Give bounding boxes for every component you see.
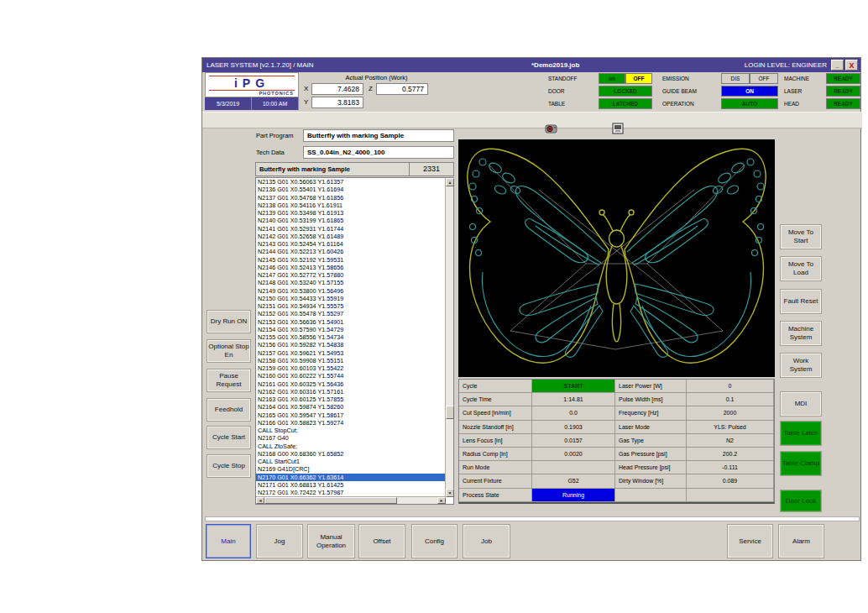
button-table-clamp[interactable]: Table Clamp (780, 451, 822, 476)
gcode-line[interactable]: N2140 G01 X0.53199 Y1.61865 (256, 217, 446, 224)
button-dry-run-on[interactable]: Dry Run ON (207, 310, 251, 333)
gcode-line[interactable]: N2160 G01 X0.60222 Y1.55744 (256, 372, 446, 380)
gcode-line[interactable]: N2170 G01 X0.66362 Y1.63614 (256, 474, 446, 481)
gcode-line[interactable]: N2163 G01 X0.60125 Y1.57855 (256, 396, 446, 403)
tab-config[interactable]: Config (411, 524, 458, 558)
gcode-line[interactable]: N2136 G01 X0.55401 Y1.61694 (256, 186, 446, 193)
vertical-scroll-thumb[interactable] (446, 406, 454, 419)
gcode-line[interactable]: N2164 G01 X0.59874 Y1.58260 (256, 403, 446, 411)
gcode-line[interactable]: N2171 G01 X0.68813 Y1.61425 (256, 481, 446, 489)
gcode-line[interactable]: N2149 G01 X0.53800 Y1.56496 (256, 287, 446, 295)
tab-main[interactable]: Main (206, 524, 251, 558)
tab-offset[interactable]: Offset (358, 524, 405, 558)
gcode-line[interactable]: CALL StopCut; (256, 427, 446, 434)
status-label-machine: MACHINE (784, 73, 824, 84)
tab-jog[interactable]: Jog (256, 524, 303, 558)
gcode-vertical-scrollbar[interactable]: ▲ ▼ (445, 178, 453, 497)
scroll-right-icon[interactable]: ► (437, 497, 446, 504)
gcode-line[interactable]: N2144 G01 X0.52213 Y1.60426 (256, 248, 446, 255)
gcode-line[interactable]: N2161 G01 X0.60325 Y1.56436 (256, 380, 446, 388)
status-label-head: HEAD (784, 98, 824, 109)
button-pause-request[interactable]: Pause Request (207, 369, 251, 392)
camera-button[interactable] (544, 122, 558, 135)
process-value-laser-power-w: 0 (687, 380, 774, 393)
button-move-to-start[interactable]: Move To Start (780, 224, 822, 249)
tab-service[interactable]: Service (727, 524, 773, 558)
gcode-line[interactable]: N2169 G41D[CRC] (256, 465, 446, 473)
process-label-lens-focus-in: Lens Focus [in] (459, 434, 532, 448)
gcode-line[interactable]: N2151 G01 X0.54934 Y1.55575 (256, 302, 446, 310)
tech-data-label: Tech Data (256, 149, 285, 156)
part-preview-canvas[interactable] (458, 139, 775, 377)
horizontal-scroll-thumb[interactable] (264, 497, 397, 504)
gcode-line[interactable]: N2155 G01 X0.58556 Y1.54734 (256, 333, 446, 341)
process-value-process-state: Running (532, 489, 615, 502)
gcode-line[interactable]: N2148 G01 X0.53240 Y1.57155 (256, 279, 446, 286)
gcode-line[interactable]: N2141 G01 X0.52931 Y1.61744 (256, 225, 446, 233)
minimize-button[interactable]: _ (831, 60, 844, 71)
process-value-laser-mode: YLS: Pulsed (687, 421, 774, 434)
gcode-horizontal-scrollbar[interactable]: ◄ ► (256, 496, 446, 504)
gcode-line[interactable]: N2165 G01 X0.59547 Y1.58617 (256, 411, 446, 419)
gcode-line[interactable]: N2154 G01 X0.57590 Y1.54729 (256, 326, 446, 333)
gcode-line[interactable]: N2168 G00 X0.68360 Y1.65852 (256, 450, 446, 458)
process-label-laser-power-w: Laser Power [W] (615, 380, 687, 393)
button-feedhold[interactable]: Feedhold (207, 398, 251, 422)
login-level: LOGIN LEVEL: ENGINEER (745, 61, 827, 69)
gcode-line[interactable]: N2147 G01 X0.52772 Y1.57880 (256, 271, 446, 279)
gcode-line[interactable]: N2172 G01 X0.72422 Y1.57987 (256, 489, 446, 496)
status-label-standoff: STANDOFF (548, 73, 597, 84)
button-door-lock[interactable]: Door Lock (780, 490, 822, 512)
gcode-line[interactable]: CALL ZtoSafe; (256, 443, 446, 450)
button-optional-stop-en[interactable]: Optional Stop En (207, 339, 251, 363)
gcode-line[interactable]: CALL StartCut1 (256, 458, 446, 465)
gcode-line[interactable]: N2158 G01 X0.59908 Y1.55151 (256, 357, 446, 364)
gcode-line[interactable]: N2159 G01 X0.60103 Y1.55422 (256, 364, 446, 372)
process-table: CycleSTARTLaser Power [W]0Cycle Time1:14… (458, 379, 775, 504)
button-table-latch[interactable]: Table Latch (780, 421, 822, 446)
gcode-line[interactable]: N2146 G01 X0.52413 Y1.58656 (256, 264, 446, 271)
tab-manual-operation[interactable]: Manual Operation (307, 524, 355, 558)
close-button[interactable]: X (845, 60, 858, 71)
button-cycle-stop[interactable]: Cycle Stop (207, 454, 251, 478)
gcode-line[interactable]: N2150 G01 X0.54433 Y1.55919 (256, 295, 446, 302)
gcode-list[interactable]: N2135 G01 X0.56063 Y1.61357N2136 G01 X0.… (255, 177, 454, 505)
butterfly-detail (469, 159, 764, 357)
scroll-down-icon[interactable]: ▼ (446, 489, 454, 497)
process-value-frequency-hz: 2000 (687, 406, 774, 420)
process-value-radius-comp-in: 0.0020 (532, 448, 615, 461)
gcode-line[interactable]: N2167 G40 (256, 434, 446, 442)
button-work-system[interactable]: Work System (780, 353, 822, 378)
gcode-line[interactable]: N2153 G01 X0.56636 Y1.54901 (256, 318, 446, 326)
gcode-line[interactable]: N2138 G01 X0.54116 Y1.61911 (256, 202, 446, 209)
gcode-line[interactable]: N2162 G01 X0.60316 Y1.57161 (256, 388, 446, 396)
process-label-nozzle-standoff-in: Nozzle Standoff [in] (459, 421, 532, 434)
tab-alarm[interactable]: Alarm (778, 524, 824, 558)
process-value-dirty-window: 0.089 (687, 474, 774, 488)
button-fault-reset[interactable]: Fault Reset (780, 289, 822, 314)
button-mdi[interactable]: MDI (780, 391, 822, 417)
tab-job[interactable]: Job (463, 524, 510, 558)
gcode-lines: N2135 G01 X0.56063 Y1.61357N2136 G01 X0.… (256, 178, 446, 497)
tech-data-input[interactable]: SS_0.04in_N2_4000_100 (303, 146, 454, 159)
gcode-line[interactable]: N2142 G01 X0.52658 Y1.61489 (256, 233, 446, 240)
gcode-line[interactable]: N2152 G01 X0.55478 Y1.55297 (256, 310, 446, 317)
gcode-line[interactable]: N2157 G01 X0.59621 Y1.54953 (256, 349, 446, 357)
gcode-line[interactable]: N2156 G01 X0.59282 Y1.54838 (256, 341, 446, 348)
minimize-icon: _ (835, 61, 839, 69)
gcode-line[interactable]: N2145 G01 X0.52192 Y1.59531 (256, 256, 446, 264)
gcode-line[interactable]: N2143 G01 X0.52454 Y1.61164 (256, 240, 446, 248)
process-label-laser-mode: Laser Mode (615, 421, 687, 434)
button-cycle-start[interactable]: Cycle Start (207, 426, 251, 449)
gcode-line[interactable]: N2137 G01 X0.54768 Y1.61856 (256, 194, 446, 202)
status-label-table: TABLE (548, 98, 597, 109)
scroll-up-icon[interactable]: ▲ (446, 178, 454, 186)
gcode-line[interactable]: N2166 G01 X0.58823 Y1.59274 (256, 419, 446, 427)
button-move-to-load[interactable]: Move To Load (780, 256, 822, 281)
scroll-left-icon[interactable]: ◄ (256, 497, 264, 504)
image-preview-button[interactable] (610, 122, 625, 135)
gcode-line[interactable]: N2135 G01 X0.56063 Y1.61357 (256, 178, 446, 186)
button-machine-system[interactable]: Machine System (780, 321, 822, 346)
gcode-line[interactable]: N2139 G01 X0.53498 Y1.61913 (256, 209, 446, 217)
part-program-input[interactable]: Butterfly with marking Sample (303, 129, 454, 142)
